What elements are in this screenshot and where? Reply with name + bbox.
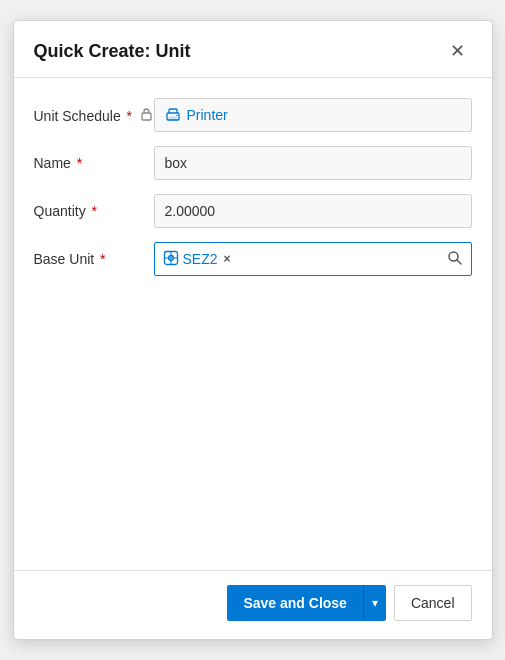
name-label: Name *	[34, 155, 154, 171]
dialog-title: Quick Create: Unit	[34, 41, 191, 62]
dialog-body: Unit Schedule *	[14, 78, 492, 570]
close-button[interactable]: ✕	[444, 37, 472, 65]
svg-rect-0	[142, 113, 151, 120]
base-unit-entity-icon	[163, 250, 179, 269]
remove-base-unit-button[interactable]: ×	[224, 252, 231, 266]
required-indicator: *	[77, 155, 82, 171]
lock-icon	[140, 110, 153, 124]
quantity-input[interactable]	[154, 194, 472, 228]
svg-line-9	[457, 260, 461, 264]
dialog-header: Quick Create: Unit ✕	[14, 21, 492, 78]
base-unit-search-icon[interactable]	[447, 250, 463, 269]
dialog-footer: Save and Close ▾ Cancel	[14, 570, 492, 639]
save-and-close-button-group: Save and Close ▾	[227, 585, 386, 621]
unit-schedule-label: Unit Schedule *	[34, 107, 154, 124]
base-unit-row: Base Unit * SEZ2 ×	[34, 242, 472, 276]
svg-rect-2	[169, 117, 177, 120]
unit-schedule-row: Unit Schedule *	[34, 98, 472, 132]
cancel-button[interactable]: Cancel	[394, 585, 472, 621]
name-row: Name *	[34, 146, 472, 180]
quantity-row: Quantity *	[34, 194, 472, 228]
printer-icon	[165, 107, 181, 123]
unit-schedule-link[interactable]: Printer	[187, 107, 228, 123]
required-indicator: *	[100, 251, 105, 267]
name-input[interactable]	[154, 146, 472, 180]
svg-point-3	[176, 115, 177, 116]
base-unit-field: SEZ2 ×	[154, 242, 472, 276]
base-unit-value: SEZ2	[183, 251, 218, 267]
required-indicator: *	[127, 108, 132, 124]
required-indicator: *	[92, 203, 97, 219]
unit-schedule-field: Printer	[154, 98, 472, 132]
close-icon: ✕	[450, 40, 465, 62]
quantity-label: Quantity *	[34, 203, 154, 219]
quick-create-dialog: Quick Create: Unit ✕ Unit Schedule *	[13, 20, 493, 640]
save-and-close-button[interactable]: Save and Close	[227, 585, 363, 621]
save-dropdown-button[interactable]: ▾	[363, 585, 386, 621]
base-unit-tag: SEZ2 ×	[163, 250, 231, 269]
chevron-down-icon: ▾	[372, 596, 378, 610]
base-unit-label: Base Unit *	[34, 251, 154, 267]
